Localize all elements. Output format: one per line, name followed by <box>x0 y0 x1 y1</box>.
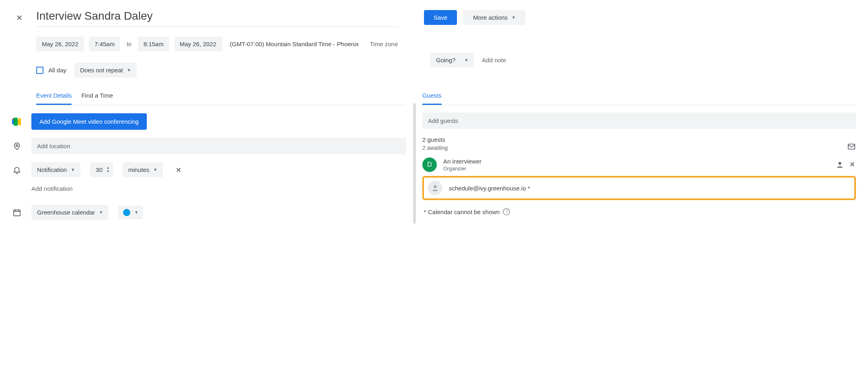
calendar-icon <box>12 208 22 217</box>
end-date-picker[interactable]: May 26, 2022 <box>174 37 222 51</box>
close-icon <box>175 166 182 174</box>
tab-event-details[interactable]: Event Details <box>36 92 72 105</box>
person-icon <box>836 161 844 169</box>
end-time-picker[interactable]: 8:15am <box>138 37 169 51</box>
close-icon <box>15 14 23 22</box>
stepper-down-icon[interactable]: ▼ <box>107 170 110 173</box>
start-time-picker[interactable]: 7:45am <box>89 37 120 51</box>
calendar-footnote-text: * Calendar cannot be shown <box>424 208 500 215</box>
color-swatch <box>123 209 130 216</box>
location-input[interactable] <box>31 138 406 154</box>
location-icon <box>12 142 22 151</box>
help-icon[interactable]: ? <box>503 208 510 215</box>
close-icon <box>849 161 856 168</box>
guest-name: An interviewer <box>443 158 829 165</box>
more-actions-button[interactable]: More actions ▼ <box>463 10 525 25</box>
mail-icon <box>847 142 856 151</box>
chevron-down-icon: ▼ <box>153 168 157 172</box>
add-note-link[interactable]: Add note <box>482 57 506 63</box>
svg-rect-5 <box>14 210 21 216</box>
more-actions-label: More actions <box>473 14 508 21</box>
notification-bell-icon <box>12 166 22 174</box>
all-day-label: All day <box>48 67 66 74</box>
all-day-checkbox-wrap[interactable]: All day <box>36 67 66 74</box>
svg-point-7 <box>839 162 841 165</box>
chevron-down-icon: ▼ <box>512 15 516 20</box>
timezone-link[interactable]: Time zone <box>364 41 398 47</box>
calendar-color-dropdown[interactable]: ▼ <box>118 206 143 219</box>
notification-type-label: Notification <box>37 166 67 173</box>
mark-optional-button[interactable] <box>836 161 844 169</box>
scrollbar[interactable] <box>413 103 416 220</box>
guest-count-text: 2 guests <box>422 136 448 143</box>
chevron-down-icon: ▼ <box>464 58 468 62</box>
google-meet-icon <box>12 118 22 126</box>
svg-point-8 <box>434 185 437 188</box>
chevron-down-icon: ▼ <box>134 210 138 215</box>
repeat-label: Does not repeat <box>80 67 123 74</box>
notification-unit-label: minutes <box>128 166 150 173</box>
timezone-text: (GMT-07:00) Mountain Standard Time - Pho… <box>227 41 359 47</box>
guest-role: Organizer <box>443 166 829 172</box>
close-button[interactable] <box>12 10 27 25</box>
chevron-down-icon: ▼ <box>127 68 131 72</box>
add-google-meet-button[interactable]: Add Google Meet video conferencing <box>31 113 147 130</box>
save-button[interactable]: Save <box>424 10 457 25</box>
svg-rect-1 <box>14 118 18 126</box>
guest-row-schedule[interactable]: schedule@ivy.greenhouse.io * <box>428 181 850 195</box>
tab-find-a-time[interactable]: Find a Time <box>81 92 113 105</box>
guest-awaiting-text: 2 awaiting <box>422 145 448 151</box>
event-title-input[interactable] <box>36 8 398 27</box>
to-label: to <box>125 41 133 47</box>
notification-type-dropdown[interactable]: Notification ▼ <box>31 162 80 177</box>
notification-unit-dropdown[interactable]: minutes ▼ <box>123 162 163 177</box>
avatar: D <box>422 157 437 172</box>
stepper-up-icon[interactable]: ▲ <box>107 166 110 170</box>
remove-notification-button[interactable] <box>173 164 185 176</box>
start-date-picker[interactable]: May 26, 2022 <box>36 37 84 51</box>
calendar-name-dropdown[interactable]: Greenhouse calendar ▼ <box>31 205 109 220</box>
highlighted-guest-annotation: schedule@ivy.greenhouse.io * <box>422 176 856 200</box>
add-guests-input[interactable] <box>422 112 856 129</box>
rsvp-going-label: Going? <box>436 57 455 63</box>
tab-guests[interactable]: Guests <box>422 92 442 105</box>
guest-name: schedule@ivy.greenhouse.io * <box>449 185 850 192</box>
email-guests-button[interactable] <box>847 142 856 151</box>
guest-row-organizer[interactable]: D An interviewer Organizer <box>422 157 856 172</box>
notification-value-stepper[interactable]: 30 ▲ ▼ <box>90 162 113 177</box>
calendar-name-label: Greenhouse calendar <box>37 209 95 216</box>
notification-value: 30 <box>96 166 103 173</box>
chevron-down-icon: ▼ <box>71 168 75 172</box>
chevron-down-icon: ▼ <box>99 210 103 215</box>
svg-rect-0 <box>12 119 14 124</box>
scrollbar-thumb[interactable] <box>413 103 416 224</box>
remove-guest-button[interactable] <box>849 161 856 169</box>
repeat-dropdown[interactable]: Does not repeat ▼ <box>74 63 137 78</box>
svg-marker-3 <box>12 118 14 119</box>
avatar <box>428 181 442 195</box>
person-icon <box>431 184 439 192</box>
all-day-checkbox[interactable] <box>36 67 43 74</box>
svg-marker-2 <box>18 118 21 126</box>
rsvp-going-dropdown[interactable]: Going? ▼ <box>430 53 474 67</box>
svg-point-4 <box>16 144 18 146</box>
add-notification-link[interactable]: Add notification <box>31 185 73 192</box>
